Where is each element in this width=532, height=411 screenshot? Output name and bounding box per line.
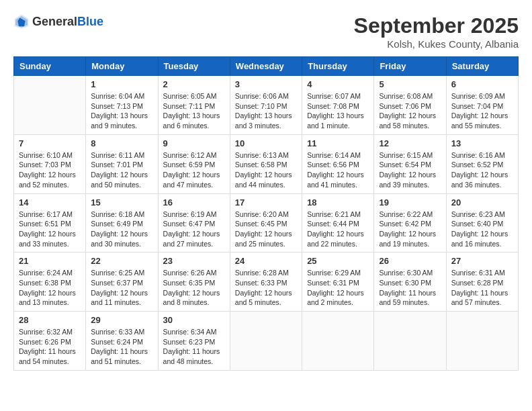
day-number: 10 bbox=[235, 138, 297, 148]
day-info: Sunrise: 6:04 AMSunset: 7:13 PMDaylight:… bbox=[91, 91, 152, 131]
day-cell bbox=[446, 312, 518, 371]
day-cell: 16Sunrise: 6:19 AMSunset: 6:47 PMDayligh… bbox=[158, 193, 230, 253]
day-number: 6 bbox=[451, 79, 513, 89]
day-number: 30 bbox=[163, 315, 225, 325]
day-cell: 5Sunrise: 6:08 AMSunset: 7:06 PMDaylight… bbox=[374, 76, 446, 135]
day-info: Sunrise: 6:21 AMSunset: 6:44 PMDaylight:… bbox=[307, 210, 369, 249]
day-number: 24 bbox=[235, 256, 297, 266]
logo-icon bbox=[13, 13, 30, 30]
day-cell: 9Sunrise: 6:12 AMSunset: 6:59 PMDaylight… bbox=[158, 134, 230, 193]
day-number: 11 bbox=[307, 138, 369, 148]
day-cell: 19Sunrise: 6:22 AMSunset: 6:42 PMDayligh… bbox=[374, 193, 446, 253]
day-cell: 10Sunrise: 6:13 AMSunset: 6:58 PMDayligh… bbox=[230, 134, 302, 193]
day-info: Sunrise: 6:08 AMSunset: 7:06 PMDaylight:… bbox=[379, 91, 441, 131]
day-cell bbox=[302, 312, 374, 371]
day-cell: 21Sunrise: 6:24 AMSunset: 6:38 PMDayligh… bbox=[14, 253, 86, 312]
week-row-2: 7Sunrise: 6:10 AMSunset: 7:03 PMDaylight… bbox=[14, 134, 519, 193]
day-cell: 1Sunrise: 6:04 AMSunset: 7:13 PMDaylight… bbox=[86, 76, 158, 135]
week-row-4: 21Sunrise: 6:24 AMSunset: 6:38 PMDayligh… bbox=[14, 253, 519, 312]
day-cell: 25Sunrise: 6:29 AMSunset: 6:31 PMDayligh… bbox=[302, 253, 374, 312]
day-info: Sunrise: 6:26 AMSunset: 6:35 PMDaylight:… bbox=[163, 268, 225, 308]
day-info: Sunrise: 6:19 AMSunset: 6:47 PMDaylight:… bbox=[163, 210, 225, 249]
day-cell: 24Sunrise: 6:28 AMSunset: 6:33 PMDayligh… bbox=[230, 253, 302, 312]
day-number: 2 bbox=[163, 79, 225, 89]
day-info: Sunrise: 6:34 AMSunset: 6:23 PMDaylight:… bbox=[163, 327, 225, 367]
day-cell: 7Sunrise: 6:10 AMSunset: 7:03 PMDaylight… bbox=[14, 134, 86, 193]
day-number: 20 bbox=[451, 197, 513, 208]
day-cell: 4Sunrise: 6:07 AMSunset: 7:08 PMDaylight… bbox=[302, 76, 374, 135]
day-cell: 2Sunrise: 6:05 AMSunset: 7:11 PMDaylight… bbox=[158, 76, 230, 135]
day-cell: 3Sunrise: 6:06 AMSunset: 7:10 PMDaylight… bbox=[230, 76, 302, 135]
day-number: 4 bbox=[307, 79, 369, 89]
day-cell: 29Sunrise: 6:33 AMSunset: 6:24 PMDayligh… bbox=[86, 312, 158, 371]
day-number: 15 bbox=[91, 197, 152, 208]
day-number: 27 bbox=[451, 256, 513, 266]
day-info: Sunrise: 6:31 AMSunset: 6:28 PMDaylight:… bbox=[451, 268, 513, 308]
day-number: 23 bbox=[163, 256, 225, 266]
day-number: 3 bbox=[235, 79, 297, 89]
day-info: Sunrise: 6:07 AMSunset: 7:08 PMDaylight:… bbox=[307, 91, 369, 131]
day-number: 25 bbox=[307, 256, 369, 266]
day-info: Sunrise: 6:25 AMSunset: 6:37 PMDaylight:… bbox=[91, 268, 152, 308]
day-info: Sunrise: 6:30 AMSunset: 6:30 PMDaylight:… bbox=[379, 268, 441, 308]
day-cell: 14Sunrise: 6:17 AMSunset: 6:51 PMDayligh… bbox=[14, 193, 86, 253]
day-info: Sunrise: 6:24 AMSunset: 6:38 PMDaylight:… bbox=[19, 268, 81, 308]
week-row-5: 28Sunrise: 6:32 AMSunset: 6:26 PMDayligh… bbox=[14, 312, 519, 371]
day-number: 19 bbox=[379, 197, 441, 208]
day-cell: 8Sunrise: 6:11 AMSunset: 7:01 PMDaylight… bbox=[86, 134, 158, 193]
day-number: 9 bbox=[163, 138, 225, 148]
day-number: 7 bbox=[19, 138, 81, 148]
day-info: Sunrise: 6:06 AMSunset: 7:10 PMDaylight:… bbox=[235, 91, 297, 131]
location-title: Kolsh, Kukes County, Albania bbox=[354, 38, 519, 50]
day-info: Sunrise: 6:11 AMSunset: 7:01 PMDaylight:… bbox=[91, 150, 152, 190]
day-number: 16 bbox=[163, 197, 225, 208]
day-info: Sunrise: 6:20 AMSunset: 6:45 PMDaylight:… bbox=[235, 210, 297, 249]
day-cell: 15Sunrise: 6:18 AMSunset: 6:49 PMDayligh… bbox=[86, 193, 158, 253]
weekday-header-friday: Friday bbox=[374, 57, 446, 76]
day-info: Sunrise: 6:13 AMSunset: 6:58 PMDaylight:… bbox=[235, 150, 297, 190]
day-cell: 12Sunrise: 6:15 AMSunset: 6:54 PMDayligh… bbox=[374, 134, 446, 193]
month-title: September 2025 bbox=[354, 13, 519, 38]
day-info: Sunrise: 6:18 AMSunset: 6:49 PMDaylight:… bbox=[91, 210, 152, 249]
day-info: Sunrise: 6:14 AMSunset: 6:56 PMDaylight:… bbox=[307, 150, 369, 190]
weekday-header-tuesday: Tuesday bbox=[158, 57, 230, 76]
day-number: 22 bbox=[91, 256, 152, 266]
weekday-header-monday: Monday bbox=[86, 57, 158, 76]
day-cell: 17Sunrise: 6:20 AMSunset: 6:45 PMDayligh… bbox=[230, 193, 302, 253]
day-info: Sunrise: 6:32 AMSunset: 6:26 PMDaylight:… bbox=[19, 327, 81, 367]
day-number: 14 bbox=[19, 197, 81, 208]
calendar: SundayMondayTuesdayWednesdayThursdayFrid… bbox=[13, 56, 519, 371]
weekday-header-saturday: Saturday bbox=[446, 57, 518, 76]
day-info: Sunrise: 6:16 AMSunset: 6:52 PMDaylight:… bbox=[451, 150, 513, 190]
day-info: Sunrise: 6:05 AMSunset: 7:11 PMDaylight:… bbox=[163, 91, 225, 131]
day-cell: 18Sunrise: 6:21 AMSunset: 6:44 PMDayligh… bbox=[302, 193, 374, 253]
weekday-header-thursday: Thursday bbox=[302, 57, 374, 76]
day-info: Sunrise: 6:33 AMSunset: 6:24 PMDaylight:… bbox=[91, 327, 152, 367]
day-number: 1 bbox=[91, 79, 152, 89]
day-number: 21 bbox=[19, 256, 81, 266]
day-cell: 26Sunrise: 6:30 AMSunset: 6:30 PMDayligh… bbox=[374, 253, 446, 312]
day-info: Sunrise: 6:29 AMSunset: 6:31 PMDaylight:… bbox=[307, 268, 369, 308]
day-number: 28 bbox=[19, 315, 81, 325]
day-info: Sunrise: 6:10 AMSunset: 7:03 PMDaylight:… bbox=[19, 150, 81, 190]
day-cell: 27Sunrise: 6:31 AMSunset: 6:28 PMDayligh… bbox=[446, 253, 518, 312]
day-cell: 22Sunrise: 6:25 AMSunset: 6:37 PMDayligh… bbox=[86, 253, 158, 312]
day-info: Sunrise: 6:28 AMSunset: 6:33 PMDaylight:… bbox=[235, 268, 297, 308]
day-info: Sunrise: 6:17 AMSunset: 6:51 PMDaylight:… bbox=[19, 210, 81, 249]
day-number: 29 bbox=[91, 315, 152, 325]
day-cell: 20Sunrise: 6:23 AMSunset: 6:40 PMDayligh… bbox=[446, 193, 518, 253]
day-cell: 13Sunrise: 6:16 AMSunset: 6:52 PMDayligh… bbox=[446, 134, 518, 193]
day-cell bbox=[230, 312, 302, 371]
day-cell bbox=[14, 76, 86, 135]
day-cell: 11Sunrise: 6:14 AMSunset: 6:56 PMDayligh… bbox=[302, 134, 374, 193]
title-area: September 2025 Kolsh, Kukes County, Alba… bbox=[354, 13, 519, 50]
day-cell: 23Sunrise: 6:26 AMSunset: 6:35 PMDayligh… bbox=[158, 253, 230, 312]
week-row-1: 1Sunrise: 6:04 AMSunset: 7:13 PMDaylight… bbox=[14, 76, 519, 135]
day-cell bbox=[374, 312, 446, 371]
header: GeneralBlue September 2025 Kolsh, Kukes … bbox=[13, 13, 519, 50]
day-number: 17 bbox=[235, 197, 297, 208]
day-info: Sunrise: 6:09 AMSunset: 7:04 PMDaylight:… bbox=[451, 91, 513, 131]
weekday-header-row: SundayMondayTuesdayWednesdayThursdayFrid… bbox=[14, 57, 519, 76]
day-number: 8 bbox=[91, 138, 152, 148]
weekday-header-sunday: Sunday bbox=[14, 57, 86, 76]
